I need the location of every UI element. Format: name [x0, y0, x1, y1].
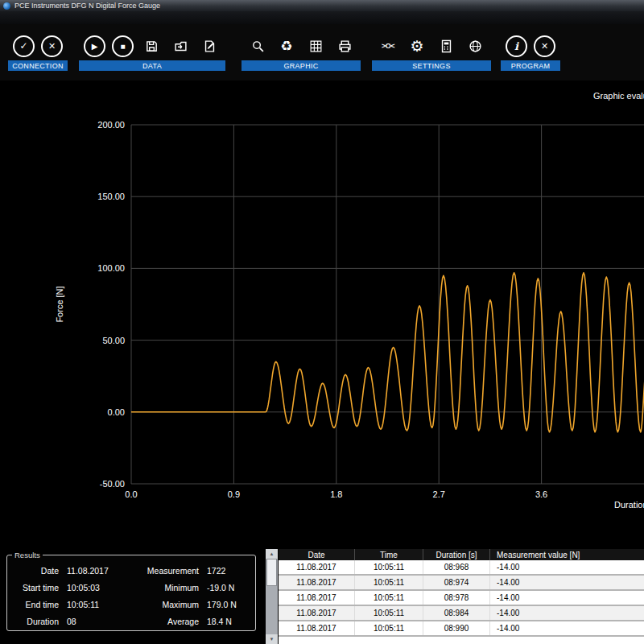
- result-value: 11.08.2017: [67, 566, 109, 576]
- table-cell: 08:978: [423, 591, 490, 605]
- load-data-button[interactable]: [169, 35, 192, 57]
- scroll-thumb[interactable]: [266, 559, 277, 586]
- table-row[interactable]: 11.08.201710:05:1108:968-14.00: [279, 560, 644, 576]
- toolbar-icons-row: >O<⚙: [372, 31, 491, 60]
- toolbar-group-label: CONNECTION: [8, 60, 68, 71]
- result-measurement: Measurement1722: [138, 564, 252, 576]
- result-value: 18.4 N: [207, 617, 232, 626]
- table-cell: 11.08.2017: [279, 591, 355, 605]
- result-start-time: Start time10:05:03: [10, 581, 138, 593]
- toolbar-group-label: DATA: [79, 60, 225, 71]
- refresh-icon: ♻: [280, 38, 292, 55]
- results-panel: Results Date11.08.2017Start time10:05:03…: [6, 551, 256, 631]
- info-button[interactable]: i: [506, 35, 527, 57]
- table-cell: 08:968: [423, 560, 490, 574]
- results-column-left: Date11.08.2017Start time10:05:03End time…: [10, 564, 138, 627]
- result-date: Date11.08.2017: [10, 564, 138, 576]
- result-value: -19.0 N: [207, 583, 234, 592]
- result-label: Maximum: [138, 600, 199, 609]
- result-label: Duration: [10, 617, 59, 626]
- gear-icon: ⚙: [410, 37, 423, 56]
- report-icon: [203, 39, 217, 53]
- import-icon: [174, 39, 188, 53]
- svg-text:0.00: 0.00: [108, 407, 125, 417]
- toolbar-group-settings: >O<⚙SETTINGS: [372, 31, 491, 71]
- start-measurement-button[interactable]: ▶: [84, 35, 105, 57]
- results-legend: Results: [12, 551, 43, 559]
- toolbar-group-label: SETTINGS: [372, 60, 491, 71]
- svg-text:100.00: 100.00: [97, 263, 125, 273]
- save-data-button[interactable]: [140, 35, 163, 57]
- result-value: 1722: [207, 566, 225, 576]
- table-row[interactable]: 11.08.201710:05:1108:990-14.00: [279, 621, 644, 637]
- toolbar: ✓✕CONNECTION▶■DATA♻GRAPHIC>O<⚙SETTINGSi✕…: [0, 24, 644, 80]
- result-label: End time: [10, 600, 59, 609]
- result-label: Minimum: [138, 583, 199, 592]
- table-cell: 10:05:11: [355, 560, 423, 574]
- table-cell: 10:05:11: [355, 576, 423, 589]
- window-title: PCE Instruments DFG N Digital Force Gaug…: [14, 2, 160, 10]
- close-icon: ✕: [541, 41, 548, 52]
- refresh-button[interactable]: ♻: [275, 35, 298, 57]
- svg-text:Duration [s]: Duration [s]: [614, 500, 644, 510]
- toolbar-group-label: PROGRAM: [501, 60, 560, 71]
- scroll-up-button[interactable]: ▲: [266, 549, 278, 559]
- svg-text:1.8: 1.8: [330, 489, 342, 499]
- result-value: 10:05:03: [67, 583, 100, 592]
- toolbar-icons-row: i✕: [501, 31, 560, 60]
- toolbar-icons-row: ✓✕: [8, 31, 68, 60]
- result-duration: Duration08: [10, 615, 138, 627]
- exit-button[interactable]: ✕: [534, 35, 555, 57]
- svg-text:0.9: 0.9: [228, 489, 240, 499]
- grid-button[interactable]: [304, 35, 327, 57]
- toolbar-group-data: ▶■DATA: [79, 31, 225, 71]
- svg-text:2.7: 2.7: [433, 489, 445, 499]
- globe-icon: [469, 39, 482, 53]
- tare-button[interactable]: >O<: [377, 35, 399, 57]
- connect-button[interactable]: ✓: [13, 35, 35, 57]
- table-cell: 10:05:11: [355, 591, 423, 605]
- language-button[interactable]: [464, 35, 486, 57]
- save-icon: [145, 39, 159, 53]
- stop-measurement-button[interactable]: ■: [112, 35, 134, 57]
- table-row[interactable]: 11.08.201710:05:1108:974-14.00: [279, 576, 644, 591]
- report-button[interactable]: [198, 35, 221, 57]
- table-row[interactable]: 11.08.201710:05:1108:984-14.00: [279, 606, 644, 621]
- table-header-row: DateTimeDuration [s]Measurement value [N…: [279, 549, 644, 560]
- table-cell: 11.08.2017: [279, 621, 355, 635]
- disconnect-button[interactable]: ✕: [41, 35, 63, 57]
- close-icon: ✕: [48, 41, 56, 52]
- app-icon: [3, 2, 10, 10]
- result-average: Average18.4 N: [138, 615, 252, 627]
- table-cell: 08:990: [423, 621, 490, 635]
- table-cell: 10:05:11: [355, 606, 423, 620]
- result-value: 179.0 N: [207, 600, 237, 609]
- table-cell: 11.08.2017: [279, 560, 355, 574]
- table-row[interactable]: 11.08.201710:05:1108:978-14.00: [279, 591, 644, 606]
- svg-text:200.00: 200.00: [97, 120, 125, 130]
- result-maximum: Maximum179.0 N: [138, 598, 252, 610]
- column-header-2: Duration [s]: [423, 549, 490, 560]
- window-chrome-strip: [0, 11, 644, 24]
- results-column-right: Measurement1722Minimum-19.0 NMaximum179.…: [138, 564, 252, 627]
- table-cell: 08:974: [423, 576, 490, 589]
- table-cell: 10:05:11: [355, 621, 423, 635]
- settings-button[interactable]: ⚙: [406, 35, 428, 57]
- result-end-time: End time10:05:11: [10, 598, 138, 610]
- toolbar-icons-row: ♻: [242, 31, 361, 60]
- scroll-down-button[interactable]: ▼: [266, 634, 278, 644]
- force-chart: 200.00150.00100.0050.000.00-50.000.00.91…: [0, 80, 644, 547]
- result-label: Average: [138, 617, 199, 626]
- table-cell: -14.00: [490, 560, 644, 574]
- calculator-button[interactable]: [435, 35, 457, 57]
- toolbar-group-program: i✕PROGRAM: [501, 31, 560, 71]
- chart-area: 200.00150.00100.0050.000.00-50.000.00.91…: [0, 80, 644, 547]
- table-scrollbar[interactable]: ▲ ▼: [266, 549, 278, 644]
- zoom-button[interactable]: [246, 35, 269, 57]
- svg-text:3.6: 3.6: [535, 489, 547, 499]
- result-label: Date: [10, 566, 59, 576]
- print-button[interactable]: [333, 35, 356, 57]
- table-cell: -14.00: [490, 606, 644, 620]
- result-label: Start time: [10, 583, 59, 592]
- table-cell: 11.08.2017: [279, 606, 355, 620]
